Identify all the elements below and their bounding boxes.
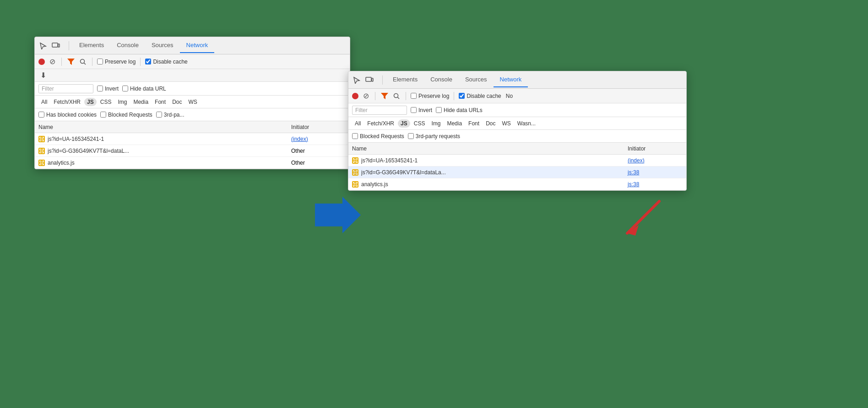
type-js-2[interactable]: JS (398, 119, 410, 128)
type-ws-2[interactable]: WS (499, 119, 513, 128)
disable-cache-checkbox-1[interactable] (145, 59, 151, 64)
stop-button-2[interactable]: ⊘ (361, 91, 370, 101)
type-font-2[interactable]: Font (466, 119, 482, 128)
table-body-1: js?id=UA-165345241-1 (index) js?id=G-G36… (35, 133, 350, 169)
table-row[interactable]: js?id=UA-165345241-1 (index) (35, 133, 350, 145)
tab-network-1[interactable]: Network (180, 38, 215, 53)
blue-arrow (315, 197, 361, 235)
preserve-log-label-1[interactable]: Preserve log (97, 59, 136, 65)
type-doc-1[interactable]: Doc (169, 98, 184, 106)
type-js-1[interactable]: JS (84, 98, 97, 106)
stop-button-1[interactable]: ⊘ (48, 57, 57, 66)
resource-name: js?id=UA-165345241-1 (361, 157, 628, 164)
has-blocked-checkbox-1[interactable] (38, 112, 44, 118)
invert-label-2[interactable]: Invert (411, 107, 432, 113)
type-css-2[interactable]: CSS (411, 119, 428, 128)
type-media-1[interactable]: Media (130, 98, 151, 106)
filter-input-2[interactable] (352, 106, 407, 115)
cursor-icon-2[interactable] (352, 75, 361, 85)
invert-checkbox-2[interactable] (411, 107, 417, 113)
svg-rect-15 (366, 77, 371, 81)
table-row[interactable]: analytics.js Other (35, 157, 350, 169)
type-all-1[interactable]: All (38, 98, 50, 106)
preserve-log-checkbox-1[interactable] (97, 59, 103, 64)
tab-console-1[interactable]: Console (110, 38, 145, 53)
type-img-1[interactable]: Img (115, 98, 130, 106)
device-icon-2[interactable] (365, 75, 374, 85)
initiator-link[interactable]: (index) (628, 157, 683, 164)
type-fetch-2[interactable]: Fetch/XHR (364, 119, 397, 128)
blocked-requests-checkbox-2[interactable] (352, 133, 358, 139)
third-party-label-2[interactable]: 3rd-party requests (408, 133, 460, 140)
has-blocked-label-1[interactable]: Has blocked cookies (38, 112, 97, 118)
invert-checkbox-1[interactable] (97, 86, 103, 91)
svg-line-19 (398, 97, 400, 99)
tab-bar-2: Elements Console Sources Network (348, 71, 686, 89)
type-media-2[interactable]: Media (444, 119, 465, 128)
table-row[interactable]: js?id=UA-165345241-1 (index) (348, 155, 686, 166)
resource-name: js?id=G-G36G49KV7T&l=dataLa... (361, 169, 628, 176)
search-icon-1[interactable] (78, 57, 87, 66)
filter-icon-2[interactable] (380, 91, 389, 101)
svg-line-29 (627, 201, 659, 233)
tab-sources-1[interactable]: Sources (145, 38, 180, 53)
device-icon[interactable] (51, 41, 60, 50)
hide-data-checkbox-1[interactable] (122, 86, 128, 91)
blocked-requests-label-1[interactable]: Blocked Requests (100, 112, 152, 118)
toolbar-icons-2 (352, 75, 374, 85)
table-row[interactable]: js?id=G-G36G49KV7T&l=dataLa... js:38 (348, 166, 686, 178)
hide-data-label-1[interactable]: Hide data URL (122, 86, 166, 92)
tab-network-2[interactable]: Network (494, 72, 528, 87)
tab-console-2[interactable]: Console (424, 72, 459, 87)
third-party-checkbox-1[interactable] (156, 112, 162, 118)
type-all-2[interactable]: All (352, 119, 363, 128)
type-img-2[interactable]: Img (429, 119, 443, 128)
preserve-log-label-2[interactable]: Preserve log (411, 93, 449, 99)
disable-cache-label-2[interactable]: Disable cache (459, 93, 501, 99)
table-body-2: js?id=UA-165345241-1 (index) js?id=G-G36… (348, 155, 686, 190)
hide-data-label-2[interactable]: Hide data URLs (436, 107, 483, 113)
svg-line-4 (84, 63, 86, 64)
tab-elements-2[interactable]: Elements (386, 72, 424, 87)
tab-sources-2[interactable]: Sources (459, 72, 494, 87)
disable-cache-label-1[interactable]: Disable cache (145, 59, 187, 65)
third-party-checkbox-2[interactable] (408, 133, 414, 139)
tab-elements-1[interactable]: Elements (73, 38, 110, 53)
type-css-1[interactable]: CSS (98, 98, 114, 106)
cursor-icon[interactable] (38, 41, 48, 50)
resource-icon (38, 136, 45, 142)
svg-marker-2 (67, 59, 75, 65)
invert-label-1[interactable]: Invert (97, 86, 119, 92)
type-doc-2[interactable]: Doc (483, 119, 498, 128)
preserve-log-checkbox-2[interactable] (411, 93, 417, 99)
type-font-1[interactable]: Font (152, 98, 168, 106)
third-party-label-1[interactable]: 3rd-pa... (156, 112, 184, 118)
filter-row-2: Invert Hide data URLs (348, 103, 686, 117)
type-ws-1[interactable]: WS (185, 98, 200, 106)
filter-icon-1[interactable] (66, 57, 76, 66)
type-fetch-1[interactable]: Fetch/XHR (51, 98, 83, 106)
blocked-requests-label-2[interactable]: Blocked Requests (352, 133, 404, 140)
initiator-link[interactable]: (index) (291, 136, 346, 142)
hide-data-checkbox-2[interactable] (436, 107, 442, 113)
resource-icon (352, 181, 358, 188)
col-name-header-2: Name (352, 145, 628, 152)
col-name-header-1: Name (38, 124, 291, 130)
svg-point-18 (394, 93, 398, 97)
record-button-1[interactable] (38, 59, 45, 65)
search-icon-2[interactable] (392, 91, 401, 101)
initiator-link[interactable]: js:38 (628, 181, 683, 188)
table-row[interactable]: analytics.js js:38 (348, 178, 686, 190)
disable-cache-checkbox-2[interactable] (459, 93, 465, 99)
type-wasn-2[interactable]: Wasn... (515, 119, 538, 128)
initiator-link[interactable]: js:38 (628, 169, 683, 176)
resource-icon (38, 148, 45, 154)
record-button-2[interactable] (352, 93, 358, 99)
svg-rect-1 (58, 44, 60, 47)
sep-3 (140, 58, 141, 66)
table-row[interactable]: js?id=G-G36G49KV7T&l=dataL... Other (35, 145, 350, 157)
tab-bar-1: Elements Console Sources Network (35, 37, 350, 54)
filter-input-1[interactable] (38, 84, 93, 93)
blocked-requests-checkbox-1[interactable] (100, 112, 106, 118)
download-icon-1[interactable]: ⬇ (38, 71, 48, 80)
